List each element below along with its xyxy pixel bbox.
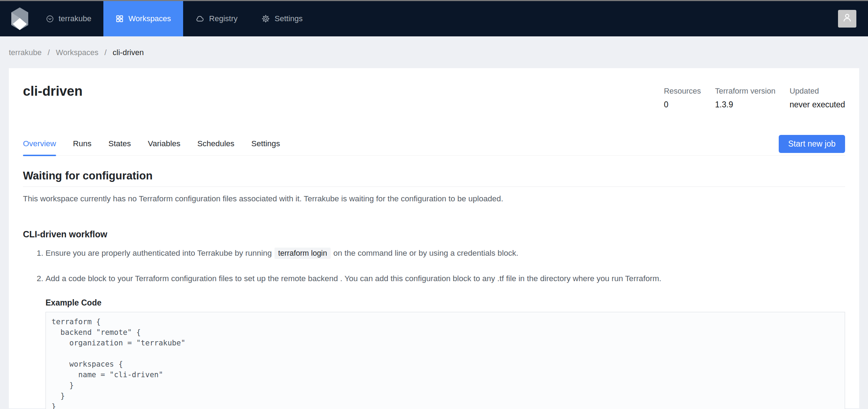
breadcrumb-separator: / (104, 48, 107, 57)
breadcrumb-item-workspaces[interactable]: Workspaces (56, 48, 98, 57)
terrakube-logo-icon[interactable] (11, 7, 28, 30)
tab-states[interactable]: States (108, 135, 131, 155)
tab-bar: Overview Runs States Variables Schedules… (23, 135, 845, 156)
nav-item-label: Registry (209, 14, 238, 23)
stat-label: Updated (790, 87, 845, 96)
grid-icon (115, 14, 124, 23)
tab-overview[interactable]: Overview (23, 135, 56, 155)
navbar-spacer (315, 1, 838, 36)
stat-terraform-version: Terraform version 1.3.9 (715, 87, 776, 109)
workspace-card: cli-driven Resources 0 Terraform version… (9, 68, 859, 408)
tab-runs[interactable]: Runs (73, 135, 92, 155)
workflow-step-2: Add a code block to your Terraform confi… (46, 273, 845, 284)
page-title: cli-driven (23, 82, 83, 100)
waiting-heading: Waiting for configuration (23, 168, 845, 183)
stat-updated: Updated never executed (790, 87, 845, 109)
workspace-header: cli-driven Resources 0 Terraform version… (23, 82, 845, 109)
tabs: Overview Runs States Variables Schedules… (23, 135, 280, 155)
example-code-label: Example Code (46, 298, 845, 308)
heading-divider (23, 186, 845, 187)
start-new-job-button[interactable]: Start new job (779, 135, 845, 153)
nav-item-label: terrakube (59, 14, 91, 23)
nav-item-label: Workspaces (128, 14, 171, 23)
step-text: Add a code block to your Terraform confi… (46, 274, 661, 283)
workflow-step-1: Ensure you are properly authenticated in… (46, 248, 845, 259)
workflow-steps: Ensure you are properly authenticated in… (23, 248, 845, 284)
top-navbar: terrakube Workspaces Registry (0, 1, 868, 36)
stat-value: never executed (790, 100, 845, 109)
workspace-stats: Resources 0 Terraform version 1.3.9 Upda… (664, 82, 845, 109)
stat-resources: Resources 0 (664, 87, 701, 109)
example-code-block: terraform { backend "remote" { organizat… (46, 312, 845, 409)
tab-variables[interactable]: Variables (148, 135, 180, 155)
stat-label: Resources (664, 87, 701, 96)
nav-item-organization[interactable]: terrakube (34, 1, 103, 36)
stat-label: Terraform version (715, 87, 776, 96)
breadcrumb-item-current: cli-driven (113, 48, 144, 57)
tab-settings[interactable]: Settings (251, 135, 280, 155)
example-code-text: terraform { backend "remote" { organizat… (46, 312, 845, 409)
breadcrumb-item-organization[interactable]: terrakube (9, 48, 42, 57)
tab-schedules[interactable]: Schedules (197, 135, 234, 155)
nav-item-label: Settings (275, 14, 303, 23)
breadcrumb-separator: / (48, 48, 50, 57)
nav-item-registry[interactable]: Registry (183, 1, 250, 36)
user-icon (842, 12, 853, 25)
workflow-heading: CLI-driven workflow (23, 229, 845, 239)
step-text: on the command line or by using a creden… (333, 249, 518, 257)
stat-value: 1.3.9 (715, 100, 776, 109)
breadcrumb: terrakube / Workspaces / cli-driven (9, 36, 859, 68)
stat-value: 0 (664, 100, 701, 109)
nav-item-workspaces[interactable]: Workspaces (103, 1, 183, 36)
terraform-login-code-chip: terraform login (275, 248, 331, 259)
gear-icon (261, 14, 270, 23)
down-circle-icon (46, 15, 54, 23)
cloud-icon (195, 14, 205, 24)
step-text: Ensure you are properly authenticated in… (46, 249, 272, 257)
user-avatar[interactable] (838, 10, 856, 28)
waiting-description: This workspace currently has no Terrafor… (23, 194, 845, 204)
nav-item-settings[interactable]: Settings (249, 1, 315, 36)
